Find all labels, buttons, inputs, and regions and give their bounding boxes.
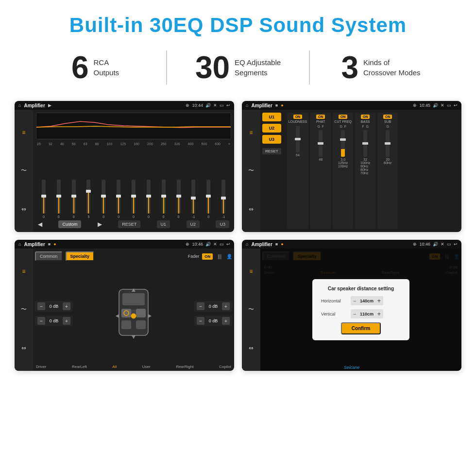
- s2-dot1: ■: [275, 103, 278, 108]
- eq-slider-12[interactable]: -1: [217, 180, 230, 218]
- ch-bl-minus[interactable]: −: [37, 317, 45, 325]
- vertical-label: Vertical: [321, 312, 348, 316]
- screen2-time: 10:45: [419, 103, 430, 108]
- ch-bl: − 0 dB +: [35, 316, 73, 326]
- balance-sidebar-icon[interactable]: ⇔: [18, 204, 29, 215]
- eq-slider-10[interactable]: -1: [187, 180, 200, 218]
- confirm-button[interactable]: Confirm: [341, 322, 381, 334]
- screenshots-grid: ⌂ Amplifier ▶ ⊕ 10:44 🔊 ✕ ▭ ↩ ≡ 〜: [0, 96, 476, 381]
- reset-btn[interactable]: RESET: [118, 220, 140, 228]
- stat-crossover: 3 Kinds ofCrossover Modes: [315, 52, 447, 83]
- eq-slider-2[interactable]: 0: [67, 180, 81, 218]
- ch-tl-plus[interactable]: +: [63, 302, 70, 310]
- sub-val: 20: [386, 158, 390, 161]
- sub-slider[interactable]: [386, 130, 390, 157]
- s2-reset-btn[interactable]: RESET: [262, 148, 281, 154]
- all-label[interactable]: All: [112, 365, 117, 369]
- eq-slider-4[interactable]: 0: [97, 180, 110, 218]
- s2-statusbar-right: ⊕ 10:45 🔊 ✕ ▭ ↩: [413, 103, 458, 108]
- back-icon: ↩: [226, 103, 230, 108]
- channel-presets: U1 U2 U3 RESET: [262, 113, 281, 229]
- loudness-module: ON LOUDNESS 64: [287, 113, 309, 229]
- eq-slider-3[interactable]: 5: [82, 180, 96, 218]
- s3-eq-icon[interactable]: ≡: [18, 266, 29, 277]
- custom-btn[interactable]: Custom: [58, 220, 81, 228]
- vertical-plus[interactable]: +: [377, 310, 381, 317]
- loudness-slider[interactable]: [296, 126, 300, 152]
- screen1-body: ≡ 〜 ⇔ 253240: [15, 110, 234, 232]
- specialty-tab[interactable]: Specialty: [66, 251, 95, 261]
- amp-controls-row: ON LOUDNESS 64 ON PHAT: [287, 113, 459, 229]
- dialog-title: Car speaker distance setting: [321, 286, 401, 291]
- ch-tl-minus[interactable]: −: [37, 302, 45, 310]
- eq-slider-11[interactable]: 0: [202, 180, 215, 218]
- s3-home-icon: ⌂: [18, 242, 21, 247]
- s3-balance-icon[interactable]: ⇔: [18, 343, 29, 353]
- screen4-statusbar: ⌂ Amplifier ■ ● ⊕ 10:46 🔊 ✕ ▭ ↩: [242, 240, 461, 249]
- common-tab[interactable]: Common: [35, 251, 63, 261]
- bass-slider[interactable]: [363, 130, 367, 157]
- s2-eq-icon[interactable]: ≡: [246, 127, 256, 138]
- home-icon: ⌂: [18, 103, 21, 108]
- bass-on[interactable]: ON: [361, 115, 370, 119]
- horizontal-ctrl: − 140cm +: [351, 296, 383, 305]
- screen4-sidebar: ≡ 〜 ⇔: [242, 249, 260, 371]
- s3-wave-icon[interactable]: 〜: [18, 304, 29, 315]
- sub-on[interactable]: ON: [383, 115, 392, 119]
- ch-tr-plus[interactable]: +: [222, 302, 230, 310]
- ch-tr-minus[interactable]: −: [197, 302, 204, 310]
- eq-slider-5[interactable]: 0: [112, 180, 125, 218]
- s4-statusbar-right: ⊕ 10:46 🔊 ✕ ▭ ↩: [413, 242, 458, 247]
- horizontal-row: Horizontal − 140cm +: [321, 296, 401, 305]
- phat-slider[interactable]: [319, 130, 323, 157]
- horizontal-plus[interactable]: +: [377, 297, 381, 304]
- fader-on[interactable]: ON: [202, 253, 213, 260]
- s4-eq-icon[interactable]: ≡: [246, 266, 256, 277]
- ch-br-minus[interactable]: −: [197, 317, 204, 325]
- fader-content: − 0 dB + − 0 dB +: [35, 264, 232, 363]
- svg-rect-4: [136, 309, 146, 317]
- u2-btn[interactable]: U2: [187, 220, 200, 228]
- s2-balance-icon[interactable]: ⇔: [246, 204, 256, 215]
- eq-sidebar-icon[interactable]: ≡: [18, 127, 29, 138]
- u2-preset[interactable]: U2: [262, 124, 281, 133]
- cutfreq-slider[interactable]: [341, 130, 345, 157]
- horizontal-minus[interactable]: −: [353, 298, 356, 304]
- u1-btn[interactable]: U1: [157, 220, 170, 228]
- ch-bl-plus[interactable]: +: [63, 317, 70, 325]
- s4-wave-icon[interactable]: 〜: [246, 304, 256, 315]
- ch-br: − 0 dB +: [194, 316, 232, 326]
- crossover-text: Kinds ofCrossover Modes: [363, 57, 421, 78]
- screen3-sidebar: ≡ 〜 ⇔: [15, 249, 33, 371]
- s2-statusbar-left: ⌂ Amplifier ■ ●: [246, 103, 284, 108]
- u3-preset[interactable]: U3: [262, 135, 281, 144]
- s2-location-icon: ⊕: [413, 103, 417, 108]
- s2-wave-icon[interactable]: 〜: [246, 166, 256, 176]
- svg-point-9: [131, 314, 136, 318]
- wave-sidebar-icon[interactable]: 〜: [18, 166, 29, 176]
- eq-slider-0[interactable]: 0: [37, 180, 51, 218]
- screen1-statusbar: ⌂ Amplifier ▶ ⊕ 10:44 🔊 ✕ ▭ ↩: [15, 101, 234, 110]
- screen4-title: Amplifier: [251, 242, 272, 247]
- u3-btn[interactable]: U3: [216, 220, 229, 228]
- u1-preset[interactable]: U1: [262, 113, 281, 121]
- s4-close-icon: ✕: [441, 242, 444, 247]
- eq-slider-7[interactable]: 0: [142, 180, 155, 218]
- s4-dot2: ●: [281, 242, 283, 247]
- ch-br-plus[interactable]: +: [222, 317, 230, 325]
- prev-btn[interactable]: ◀: [38, 221, 42, 228]
- vertical-minus[interactable]: −: [353, 311, 356, 317]
- s4-balance-icon[interactable]: ⇔: [246, 343, 256, 353]
- eq-slider-1[interactable]: 0: [52, 180, 66, 218]
- cutfreq-on[interactable]: ON: [339, 115, 348, 119]
- bass-label: BASS: [361, 120, 370, 123]
- loudness-on[interactable]: ON: [293, 115, 303, 119]
- phat-on[interactable]: ON: [316, 115, 325, 119]
- eq-slider-6[interactable]: 0: [127, 180, 140, 218]
- eq-slider-8[interactable]: 0: [157, 180, 170, 218]
- left-channels: − 0 dB + − 0 dB +: [35, 264, 73, 363]
- next-btn[interactable]: ▶: [98, 221, 102, 228]
- vertical-row: Vertical − 110cm +: [321, 309, 401, 318]
- screen1-sidebar: ≡ 〜 ⇔: [15, 110, 33, 232]
- eq-slider-9[interactable]: 0: [172, 180, 186, 218]
